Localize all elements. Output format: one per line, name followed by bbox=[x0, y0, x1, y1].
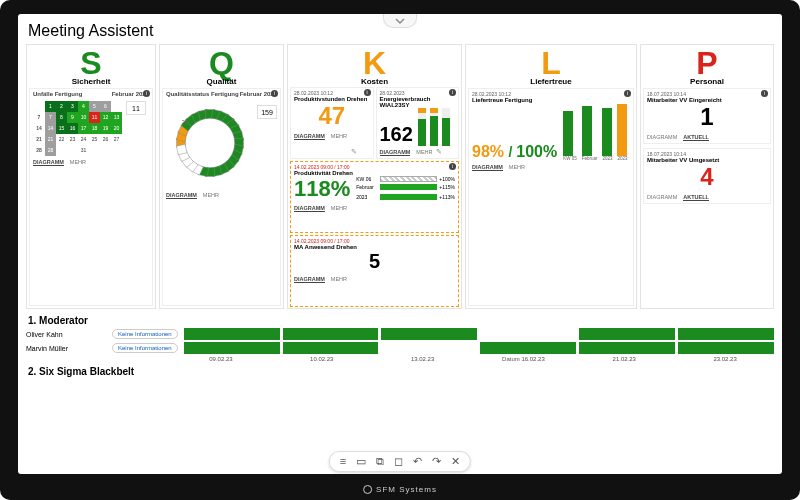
energy-value: 162 bbox=[380, 123, 413, 146]
subtitle-liefertreue: Liefertreue bbox=[466, 77, 636, 86]
chevron-down-icon bbox=[395, 18, 405, 24]
schedule-cell[interactable] bbox=[678, 328, 774, 340]
subtitle-sicherheit: Sicherheit bbox=[27, 77, 155, 86]
attendance-value: 5 bbox=[294, 250, 455, 273]
schedule-cell[interactable] bbox=[381, 342, 477, 354]
tab-diagramm[interactable]: DIAGRAMM bbox=[647, 194, 677, 201]
no-info-button[interactable]: Keine Informationen bbox=[112, 329, 178, 339]
moderator-name: Marvin Müller bbox=[26, 345, 106, 352]
subtitle-qualitaet: Qualität bbox=[160, 77, 283, 86]
tab-diagramm[interactable]: DIAGRAMM bbox=[166, 192, 197, 199]
column-kosten: K Kosten i 28.02.2023 10:12 Produktivstu… bbox=[287, 44, 462, 309]
letter-p: P bbox=[641, 45, 773, 79]
tab-diagramm[interactable]: DIAGRAMM bbox=[33, 159, 64, 166]
schedule-cell[interactable] bbox=[184, 328, 280, 340]
schedule-cell[interactable] bbox=[283, 342, 379, 354]
quality-side-value: 159 bbox=[257, 105, 277, 119]
moderator-row: Marvin MüllerKeine Informationen bbox=[26, 342, 774, 354]
letter-s: S bbox=[27, 45, 155, 79]
info-icon[interactable]: i bbox=[761, 90, 768, 97]
select-icon[interactable]: ◻ bbox=[394, 455, 403, 468]
schedule-cell[interactable] bbox=[480, 328, 576, 340]
card-attendance[interactable]: 14.02.2023 09:00 / 17:00 MA Anwesend Dre… bbox=[290, 235, 459, 307]
floating-toolbar: ≡ ▭ ⧉ ◻ ↶ ↷ ✕ bbox=[329, 451, 471, 472]
schedule-cell[interactable] bbox=[480, 342, 576, 354]
pencil-icon[interactable]: ✎ bbox=[351, 148, 357, 156]
subtitle-personal: Personal bbox=[641, 77, 773, 86]
tab-mehr[interactable]: MEHR bbox=[70, 159, 86, 166]
energy-title: Energieverbrauch WIAL23SY bbox=[380, 96, 456, 108]
tab-mehr[interactable]: MEHR bbox=[331, 205, 347, 212]
note-icon[interactable]: ▭ bbox=[356, 455, 366, 468]
close-icon[interactable]: ✕ bbox=[451, 455, 460, 468]
tab-mehr[interactable]: MEHR bbox=[331, 133, 347, 140]
tab-aktuell[interactable]: AKTUELL bbox=[683, 194, 709, 201]
schedule-date: Datum 16.02.23 bbox=[474, 356, 572, 362]
liefertreue-target: 100% bbox=[516, 143, 557, 160]
schedule-row bbox=[184, 328, 774, 340]
tab-mehr[interactable]: MEHR bbox=[416, 149, 432, 156]
turnover-value: 4 bbox=[647, 163, 767, 191]
card-prodhours[interactable]: i 28.02.2023 10:12 Produktivstunden Dreh… bbox=[290, 87, 374, 159]
liefertreue-actual: 98% bbox=[472, 143, 504, 160]
svg-text:26: 26 bbox=[182, 119, 188, 125]
card-turnover[interactable]: 18.07.2023 10:14 Mitarbeiter VV Umgesetz… bbox=[643, 148, 771, 204]
liefertreue-bars: KW 05 Februar 2023 2023 bbox=[563, 103, 627, 161]
card-planned[interactable]: i 18.07.2023 10:14 Mitarbeiter VV Einger… bbox=[643, 88, 771, 144]
schedule-date: 23.02.23 bbox=[676, 356, 774, 362]
schedule-date: 09.02.23 bbox=[172, 356, 270, 362]
card-productivity[interactable]: i 14.02.2023 09:00 / 17:00 Produktivität… bbox=[290, 161, 459, 233]
letter-k: K bbox=[288, 45, 461, 79]
letter-q: Q bbox=[160, 45, 283, 79]
safety-heatmap[interactable]: 123456 778910111213 1414151617181920 212… bbox=[33, 101, 122, 156]
schedule-cell[interactable] bbox=[678, 342, 774, 354]
schedule-date: 10.02.23 bbox=[273, 356, 371, 362]
pencil-icon[interactable]: ✎ bbox=[436, 148, 442, 156]
menu-icon[interactable]: ≡ bbox=[340, 455, 346, 468]
panel-title-sicherheit: Unfälle Fertigung bbox=[33, 91, 82, 97]
tab-diagramm[interactable]: DIAGRAMM bbox=[294, 205, 325, 212]
column-liefertreue: L Liefertreue i 28.02.2023 10:12 Liefert… bbox=[465, 44, 637, 309]
productivity-bars: KW 06+100% Februar+115% 2023+113% bbox=[356, 176, 455, 202]
info-icon[interactable]: i bbox=[271, 90, 278, 97]
column-sicherheit: S Sicherheit Unfälle Fertigung Februar 2… bbox=[26, 44, 156, 309]
productivity-value: 118% bbox=[294, 176, 350, 202]
schedule-date: 21.02.23 bbox=[575, 356, 673, 362]
schedule-cell[interactable] bbox=[283, 328, 379, 340]
column-personal: P Personal i 18.07.2023 10:14 Mitarbeite… bbox=[640, 44, 774, 309]
tab-diagramm[interactable]: DIAGRAMM bbox=[294, 133, 325, 140]
safety-side-value: 11 bbox=[126, 101, 146, 115]
undo-icon[interactable]: ↶ bbox=[413, 455, 422, 468]
quality-ring-chart[interactable]: 26 1 4 bbox=[166, 99, 254, 187]
info-icon[interactable]: i bbox=[624, 90, 631, 97]
schedule-cell[interactable] bbox=[579, 342, 675, 354]
schedule-cell[interactable] bbox=[184, 342, 280, 354]
schedule-cell[interactable] bbox=[381, 328, 477, 340]
tab-diagramm[interactable]: DIAGRAMM bbox=[472, 164, 503, 171]
letter-l: L bbox=[466, 45, 636, 79]
tab-mehr[interactable]: MEHR bbox=[509, 164, 525, 171]
tab-diagramm[interactable]: DIAGRAMM bbox=[294, 276, 325, 283]
no-info-button[interactable]: Keine Informationen bbox=[112, 343, 178, 353]
column-qualitaet: Q Qualität Qualitätsstatus Fertigung Feb… bbox=[159, 44, 284, 309]
card-energy[interactable]: i 28.02.2023 Energieverbrauch WIAL23SY 1… bbox=[376, 87, 460, 159]
schedule-cell[interactable] bbox=[579, 328, 675, 340]
tab-diagramm[interactable]: DIAGRAMM bbox=[647, 134, 677, 141]
info-icon[interactable]: i bbox=[364, 89, 371, 96]
tab-aktuell[interactable]: AKTUELL bbox=[683, 134, 709, 141]
info-icon[interactable]: i bbox=[449, 163, 456, 170]
svg-rect-27 bbox=[176, 144, 187, 155]
info-icon[interactable]: i bbox=[449, 89, 456, 96]
tab-mehr[interactable]: MEHR bbox=[203, 192, 219, 199]
tab-diagramm[interactable]: DIAGRAMM bbox=[380, 149, 411, 156]
moderator-section: 1. Moderator Oliver KahnKeine Informatio… bbox=[26, 315, 774, 377]
sixsigma-heading: 2. Six Sigma Blackbelt bbox=[28, 366, 774, 377]
device-brand: SFM Systems bbox=[363, 485, 437, 494]
schedule-row bbox=[184, 342, 774, 354]
tab-mehr[interactable]: MEHR bbox=[331, 276, 347, 283]
redo-icon[interactable]: ↷ bbox=[432, 455, 441, 468]
top-handle[interactable] bbox=[383, 14, 417, 28]
copy-icon[interactable]: ⧉ bbox=[376, 455, 384, 468]
info-icon[interactable]: i bbox=[143, 90, 150, 97]
schedule-date: 13.02.23 bbox=[374, 356, 472, 362]
